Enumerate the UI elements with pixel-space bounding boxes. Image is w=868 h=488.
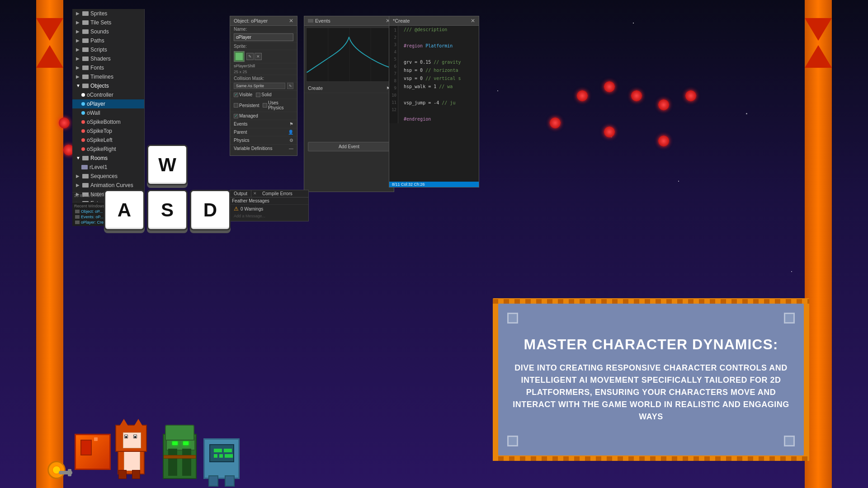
sidebar-item-owall[interactable]: oWall	[72, 108, 144, 117]
code-panel-close[interactable]: ✕	[471, 18, 475, 24]
expand-arrow-timelines: ▶	[76, 74, 81, 80]
sidebar-item-paths[interactable]: ▶ Paths	[72, 36, 144, 45]
sidebar-item-shaders[interactable]: ▶ Shaders	[72, 54, 144, 63]
sidebar-label-shaders: Shaders	[90, 56, 111, 62]
edit-sprite-button[interactable]: ✎	[246, 53, 254, 60]
parent-row[interactable]: Parent 👤	[230, 128, 297, 136]
code-panel-title: *Create	[393, 18, 410, 23]
add-event-button[interactable]: Add Event	[308, 142, 390, 151]
orb-2	[604, 81, 615, 92]
collision-value[interactable]: Same As Sprite	[234, 83, 285, 89]
object-panel-close[interactable]: ✕	[289, 18, 293, 24]
object-dot-ospikeleft	[81, 138, 85, 142]
promo-corner-br	[784, 436, 795, 446]
clear-sprite-button[interactable]: ✕	[255, 53, 262, 60]
visible-checkbox[interactable]	[234, 93, 238, 97]
svg-rect-5	[493, 299, 809, 304]
solid-checkbox-label[interactable]: Solid	[256, 92, 271, 97]
object-dot-ospikebottom	[81, 120, 85, 124]
sidebar-item-rlevel1[interactable]: rLevel1	[72, 163, 144, 172]
parent-label: Parent	[234, 130, 247, 135]
sidebar-label-sounds: Sounds	[90, 28, 109, 35]
sidebar-item-ocontroller[interactable]: oController	[72, 90, 144, 99]
promo-corner-tr	[784, 313, 795, 324]
sidebar-item-objects[interactable]: ▼ Objects	[72, 81, 144, 90]
code-status-bar: 8/11 Col:32 Ch:26	[389, 182, 479, 187]
sidebar-label-sprites: Sprites	[90, 10, 107, 17]
object-editor-panel: Object: oPlayer ✕ Name: oPlayer Sprite: …	[230, 16, 297, 156]
expand-arrow-scripts: ▶	[76, 47, 81, 52]
orb-left-2	[59, 117, 70, 128]
promo-title: MASTER CHARACTER DYNAMICS:	[524, 336, 778, 353]
collision-label: Collision Mask:	[234, 76, 293, 81]
collision-row: Collision Mask:	[230, 75, 297, 82]
promo-description: DIVE INTO CREATING RESPONSIVE CHARACTER …	[512, 362, 790, 423]
uses-physics-checkbox[interactable]	[263, 103, 267, 108]
sprite-label: Sprite:	[234, 44, 293, 49]
object-dot-ocontroller	[81, 93, 85, 97]
sidebar-item-timelines[interactable]: ▶ Timelines	[72, 72, 144, 81]
sidebar-label-scripts: Scripts	[90, 47, 107, 53]
sidebar-item-oplayer[interactable]: oPlayer	[72, 99, 144, 108]
managed-checkbox[interactable]	[234, 114, 238, 118]
sidebar-label-ospikebottom: oSpikeBottom	[87, 119, 121, 125]
sidebar-item-scripts[interactable]: ▶ Scripts	[72, 45, 144, 54]
sidebar-item-rooms[interactable]: ▼ Rooms	[72, 154, 144, 163]
code-line-6: hsp = 0 // horizonta	[400, 66, 479, 75]
expand-arrow-anim: ▶	[76, 183, 81, 188]
object-dot-ospiketop	[81, 129, 85, 133]
physics-label: Physics	[234, 138, 249, 143]
sidebar-item-ospikebottom[interactable]: oSpikeBottom	[72, 117, 144, 127]
feather-tab[interactable]: Feather Messages	[230, 197, 308, 205]
sidebar-label-rooms: Rooms	[90, 155, 108, 161]
sidebar-item-animation-curves[interactable]: ▶ Animation Curves	[72, 181, 144, 190]
compile-errors-tab[interactable]: Compile Errors	[259, 190, 296, 197]
sidebar-item-tilesets[interactable]: ▶ Tile Sets	[72, 18, 144, 27]
orb-8	[658, 136, 669, 146]
persistent-checkbox-label[interactable]: Persistent	[234, 100, 259, 110]
events-panel-header: Events ✕	[304, 16, 394, 26]
orb-3	[631, 90, 642, 101]
items-count: 23 Items 3 Fo...	[74, 193, 103, 198]
var-defs-row[interactable]: Variable Definitions —	[230, 145, 297, 152]
code-content[interactable]: 123456789101112 /// @description #region…	[389, 26, 479, 123]
expand-arrow-fonts: ▶	[76, 65, 81, 70]
sidebar-item-ospikeleft[interactable]: oSpikeLeft	[72, 136, 144, 145]
visible-checkbox-label[interactable]: Visible	[234, 92, 252, 97]
sidebar-item-ospikeright[interactable]: oSpikeRight	[72, 145, 144, 154]
sidebar-label-paths: Paths	[90, 38, 104, 44]
box-character	[72, 434, 113, 479]
sidebar-item-sounds[interactable]: ▶ Sounds	[72, 27, 144, 36]
orb-4	[658, 99, 669, 110]
physics-row[interactable]: Physics ⚙	[230, 136, 297, 145]
output-tabs: Output ✕ Compile Errors	[230, 190, 308, 197]
sidebar-item-fonts[interactable]: ▶ Fonts	[72, 63, 144, 72]
fox-character	[108, 420, 158, 479]
collision-edit-btn[interactable]: ✎	[287, 83, 293, 89]
sidebar-item-sprites[interactable]: ▶ Sprites	[72, 9, 144, 18]
object-dot-ospikeright	[81, 147, 85, 151]
code-line-10: vsp_jump = -4 // ju	[400, 99, 479, 107]
managed-checkbox-label[interactable]: Managed	[234, 113, 293, 118]
coin-character	[45, 452, 72, 479]
close-output-btn[interactable]: ✕	[251, 190, 259, 197]
sidebar-item-sequences[interactable]: ▶ Sequences	[72, 172, 144, 181]
name-input[interactable]: oPlayer	[234, 33, 293, 41]
name-label: Name:	[234, 27, 293, 32]
sidebar-item-ospiketop[interactable]: oSpikeTop	[72, 127, 144, 136]
promo-inner-panel: MASTER CHARACTER DYNAMICS: DIVE INTO CRE…	[498, 304, 804, 455]
create-event-item[interactable]: Create ⚑	[304, 84, 394, 93]
uses-physics-checkbox-label[interactable]: Uses Physics	[263, 100, 293, 110]
persistent-checkbox[interactable]	[234, 103, 238, 108]
output-tab[interactable]: Output	[230, 190, 251, 197]
solid-checkbox[interactable]	[256, 93, 260, 97]
events-flag-icon	[308, 19, 313, 23]
expand-arrow-sequences: ▶	[76, 174, 81, 179]
sprite-actions: ✎ ✕	[246, 53, 262, 60]
physics-icon: ⚙	[289, 138, 293, 143]
code-lines[interactable]: /// @description #region Platformin grv …	[398, 26, 479, 123]
create-event-label: Create	[308, 85, 323, 91]
add-message-area[interactable]: Add a Message...	[230, 213, 308, 219]
code-line-7: vsp = 0 // vertical s	[400, 75, 479, 83]
events-row[interactable]: Events ⚑	[230, 120, 297, 128]
